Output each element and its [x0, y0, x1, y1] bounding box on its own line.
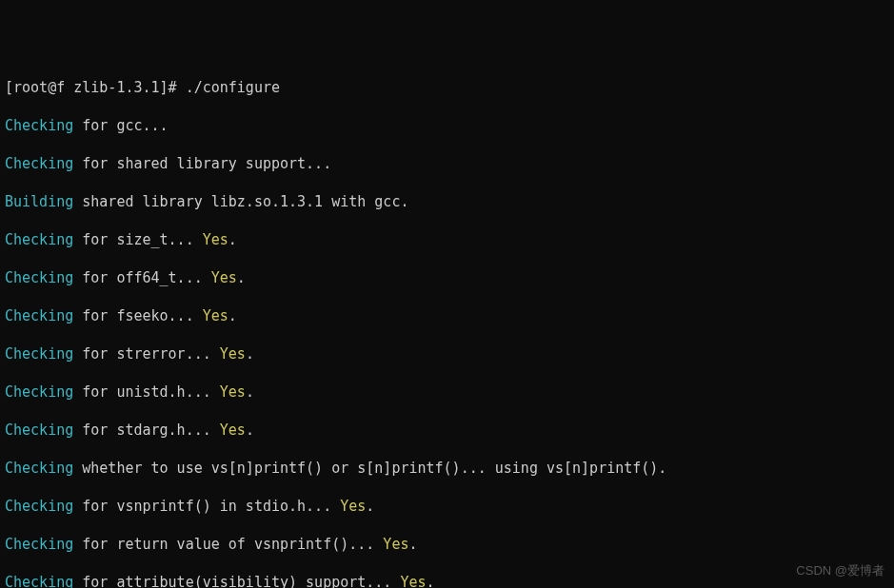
dot: . — [228, 307, 237, 324]
status-yes: Yes — [203, 307, 228, 324]
dot: . — [237, 269, 246, 286]
terminal-line: Checking for size_t... Yes. — [5, 230, 889, 249]
terminal-line: Checking for fseeko... Yes. — [5, 306, 889, 325]
status-checking: Checking — [5, 269, 73, 286]
status-checking: Checking — [5, 345, 73, 363]
terminal-line: Checking for off64_t... Yes. — [5, 268, 889, 287]
terminal-line: Checking for vsnprintf() in stdio.h... Y… — [5, 497, 889, 516]
command: ./configure — [186, 79, 280, 96]
output-text: for strerror... — [73, 345, 220, 363]
status-checking: Checking — [5, 460, 73, 477]
terminal-line: Checking for stdarg.h... Yes. — [5, 421, 889, 440]
output-text: shared library libz.so.1.3.1 with gcc. — [73, 193, 408, 210]
status-yes: Yes — [220, 383, 246, 401]
status-yes: Yes — [203, 231, 228, 248]
output-text: for stdarg.h... — [73, 421, 220, 439]
output-text: for size_t... — [73, 231, 202, 248]
terminal-line: Checking for unistd.h... Yes. — [5, 382, 889, 402]
output-text: for vsnprintf() in stdio.h... — [73, 498, 340, 515]
dot: . — [228, 231, 237, 248]
status-yes: Yes — [211, 269, 237, 286]
dot: . — [427, 574, 435, 588]
prompt: [root@f zlib-1.3.1]# — [5, 79, 186, 96]
status-checking: Checking — [5, 155, 73, 172]
status-checking: Checking — [5, 536, 73, 553]
output-text: whether to use vs[n]printf() or s[n]prin… — [73, 460, 666, 477]
dot: . — [246, 383, 254, 401]
terminal-line: Checking for strerror... Yes. — [5, 344, 889, 363]
status-yes: Yes — [340, 498, 366, 515]
terminal-line: Checking for return value of vsnprintf()… — [5, 535, 889, 554]
dot: . — [246, 421, 254, 439]
dot: . — [408, 536, 417, 553]
status-checking: Checking — [5, 231, 73, 248]
status-checking: Checking — [5, 498, 73, 515]
output-text: for fseeko... — [73, 307, 202, 324]
watermark: CSDN @爱博者 — [796, 561, 884, 580]
terminal-line: Checking whether to use vs[n]printf() or… — [5, 459, 889, 478]
terminal-line: Checking for shared library support... — [5, 154, 889, 173]
status-checking: Checking — [5, 421, 73, 439]
terminal-line: Checking for attribute(visibility) suppo… — [5, 573, 889, 588]
terminal-line: Checking for gcc... — [5, 116, 889, 135]
status-checking: Checking — [5, 574, 73, 588]
output-text: for return value of vsnprintf()... — [73, 536, 383, 553]
output-text: for shared library support... — [73, 155, 331, 172]
status-checking: Checking — [5, 307, 73, 324]
output-text: for off64_t... — [73, 269, 211, 286]
status-yes: Yes — [220, 421, 246, 439]
status-yes: Yes — [383, 536, 408, 553]
terminal-line: Building shared library libz.so.1.3.1 wi… — [5, 192, 889, 211]
output-text: for gcc... — [73, 117, 168, 134]
dot: . — [246, 345, 254, 363]
status-checking: Checking — [5, 117, 73, 134]
status-yes: Yes — [400, 574, 426, 588]
dot: . — [366, 498, 374, 515]
status-building: Building — [5, 193, 73, 210]
terminal-line: [root@f zlib-1.3.1]# ./configure — [5, 78, 889, 97]
status-yes: Yes — [220, 345, 246, 363]
output-text: for attribute(visibility) support... — [73, 574, 400, 588]
output-text: for unistd.h... — [73, 383, 220, 401]
status-checking: Checking — [5, 383, 73, 401]
